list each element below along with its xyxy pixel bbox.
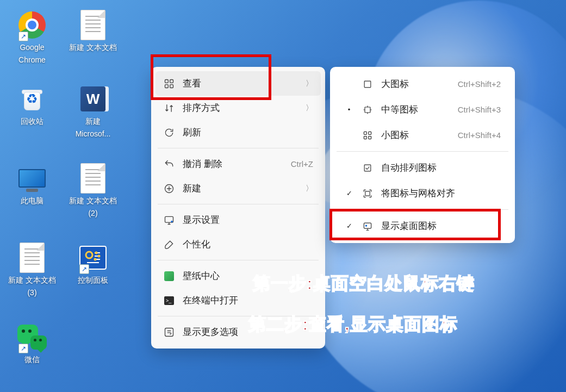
submenu-item-label: 小图标 bbox=[381, 129, 439, 141]
svg-rect-16 bbox=[364, 136, 366, 139]
plus-icon bbox=[163, 183, 175, 195]
icon-label: 新建 bbox=[63, 116, 123, 127]
desktop-icon-word[interactable]: W新建Microsof... bbox=[63, 84, 123, 139]
annotation-step1: 第一步:桌面空白处鼠标右键 bbox=[253, 272, 475, 296]
icon-label: 控制面板 bbox=[63, 275, 123, 285]
submenu-item-medium[interactable]: •中等图标Ctrl+Shift+3 bbox=[334, 97, 511, 122]
chrome-icon: ↗ bbox=[17, 10, 47, 40]
submenu-item-label: 显示桌面图标 bbox=[381, 220, 501, 232]
svg-rect-19 bbox=[365, 191, 370, 195]
desktop-icon-txt2[interactable]: 新建 文本文档(2) bbox=[63, 163, 123, 219]
chevron-right-icon: 〉 bbox=[306, 103, 313, 113]
menu-item-plus[interactable]: 新建〉 bbox=[156, 176, 321, 201]
submenu-item-label: 将图标与网格对齐 bbox=[381, 187, 501, 200]
submenu-item-large[interactable]: 大图标Ctrl+Shift+2 bbox=[334, 71, 511, 97]
display-icon bbox=[163, 214, 175, 226]
wechat-icon: ↗ bbox=[17, 322, 47, 352]
menu-shortcut: Ctrl+Z bbox=[280, 159, 313, 169]
submenu-item-show[interactable]: ✓显示桌面图标 bbox=[334, 213, 511, 239]
icon-label: 微信 bbox=[2, 354, 62, 365]
txt2-icon bbox=[78, 163, 108, 194]
chevron-right-icon: 〉 bbox=[306, 79, 313, 89]
recycle-icon: ♻ bbox=[17, 84, 47, 114]
svg-rect-12 bbox=[364, 81, 371, 88]
desktop-icon-txt1[interactable]: 新建 文本文档 bbox=[63, 10, 123, 53]
desktop-icon-chrome[interactable]: ↗GoogleChrome bbox=[2, 10, 62, 65]
svg-point-1 bbox=[95, 252, 98, 254]
desktop-icon-txt3[interactable]: 新建 文本文档(3) bbox=[2, 242, 62, 298]
icon-label: 新建 文本文档 bbox=[63, 42, 123, 53]
submenu-item-label: 自动排列图标 bbox=[381, 161, 501, 174]
txt3-icon bbox=[17, 242, 47, 273]
menu-item-label: 刷新 bbox=[183, 126, 313, 139]
submenu-shortcut: Ctrl+Shift+4 bbox=[458, 130, 501, 140]
txt1-icon bbox=[78, 10, 108, 40]
menu-item-grid[interactable]: 查看〉 bbox=[156, 71, 321, 96]
align-icon bbox=[362, 188, 374, 200]
desktop-icon-cpanel[interactable]: ↗控制面板 bbox=[63, 242, 123, 285]
undo-icon bbox=[163, 158, 175, 170]
menu-item-display[interactable]: 显示设置 bbox=[156, 208, 321, 232]
menu-item-label: 撤消 删除 bbox=[183, 158, 272, 170]
submenu-separator bbox=[337, 151, 508, 152]
menu-item-label: 排序方式 bbox=[183, 102, 298, 114]
grid-icon bbox=[163, 78, 175, 90]
desktop-icon-wechat[interactable]: ↗微信 bbox=[2, 322, 62, 365]
svg-rect-20 bbox=[364, 223, 371, 228]
cpanel-icon: ↗ bbox=[78, 242, 108, 273]
submenu-item-align[interactable]: ✓将图标与网格对齐 bbox=[334, 181, 511, 206]
menu-separator bbox=[158, 148, 319, 148]
svg-rect-13 bbox=[365, 107, 370, 113]
svg-rect-17 bbox=[369, 136, 371, 139]
menu-item-label: 在终端中打开 bbox=[183, 294, 313, 307]
refresh-icon bbox=[163, 127, 175, 139]
menu-item-refresh[interactable]: 刷新 bbox=[156, 120, 321, 145]
svg-point-10 bbox=[171, 220, 172, 222]
word-icon: W bbox=[78, 84, 108, 114]
menu-item-label: 查看 bbox=[183, 77, 298, 90]
context-menu: 查看〉排序方式〉刷新撤消 删除Ctrl+Z新建〉显示设置个性化壁纸中心>_在终端… bbox=[151, 67, 325, 349]
submenu-item-small[interactable]: 小图标Ctrl+Shift+4 bbox=[334, 122, 511, 148]
svg-rect-4 bbox=[165, 79, 169, 83]
terminal-icon: >_ bbox=[163, 295, 175, 307]
svg-point-0 bbox=[86, 252, 92, 258]
icon-label: Microsof... bbox=[63, 129, 123, 139]
icon-label: 新建 文本文档 bbox=[63, 196, 123, 206]
svg-rect-18 bbox=[364, 165, 371, 171]
menu-item-sort[interactable]: 排序方式〉 bbox=[156, 96, 321, 120]
svg-point-3 bbox=[94, 258, 97, 261]
menu-item-label: 新建 bbox=[183, 182, 298, 195]
menu-separator bbox=[158, 204, 319, 204]
more-icon bbox=[163, 326, 175, 338]
menu-item-brush[interactable]: 个性化 bbox=[156, 232, 321, 257]
icon-label: Chrome bbox=[2, 55, 62, 65]
desktop-icon-recycle[interactable]: ♻回收站 bbox=[2, 84, 62, 127]
icon-label: (3) bbox=[2, 288, 62, 298]
svg-point-21 bbox=[365, 225, 367, 226]
svg-rect-7 bbox=[170, 84, 173, 88]
svg-rect-6 bbox=[165, 84, 169, 88]
icon-label: 新建 文本文档 bbox=[2, 275, 62, 285]
medium-icon bbox=[362, 104, 374, 116]
auto-icon bbox=[362, 162, 374, 174]
svg-rect-14 bbox=[364, 132, 366, 134]
svg-rect-11 bbox=[165, 328, 173, 336]
desktop-icon-thispc[interactable]: 此电脑 bbox=[2, 163, 62, 206]
submenu-separator bbox=[337, 209, 508, 210]
menu-item-undo[interactable]: 撤消 删除Ctrl+Z bbox=[156, 152, 321, 176]
small-icon bbox=[362, 129, 374, 141]
icon-label: Google bbox=[2, 42, 62, 53]
thispc-icon bbox=[17, 163, 47, 194]
icon-label: 此电脑 bbox=[2, 196, 62, 206]
show-icon bbox=[362, 220, 374, 232]
submenu-item-label: 大图标 bbox=[381, 78, 439, 90]
submenu-item-auto[interactable]: 自动排列图标 bbox=[334, 155, 511, 181]
submenu-item-label: 中等图标 bbox=[381, 103, 439, 116]
submenu-shortcut: Ctrl+Shift+2 bbox=[458, 79, 501, 89]
check-mark: ✓ bbox=[344, 222, 354, 230]
menu-item-label: 个性化 bbox=[183, 238, 313, 251]
icon-label: 回收站 bbox=[2, 116, 62, 127]
check-mark: ✓ bbox=[344, 189, 354, 197]
svg-rect-15 bbox=[369, 132, 371, 134]
svg-point-2 bbox=[98, 255, 101, 258]
